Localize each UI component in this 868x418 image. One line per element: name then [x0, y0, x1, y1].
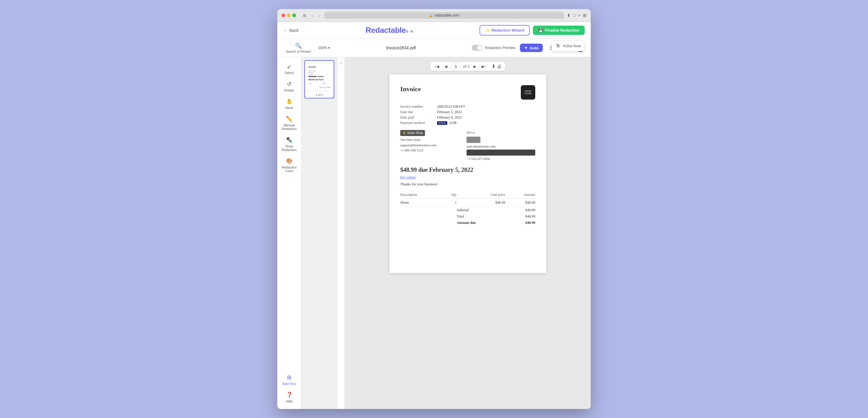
payment-method-value: VISA 3108 — [437, 121, 457, 125]
first-page-button[interactable]: |◀ — [434, 64, 441, 70]
bill-to-label: Bill to — [467, 130, 535, 135]
zoom-selector[interactable]: 100% ▾ — [318, 46, 330, 50]
rotate-label: Rotate — [284, 89, 294, 92]
forward-nav-btn[interactable]: › — [317, 13, 321, 19]
pdf-page: Invoice SHOESTORE Invoice number 26B3452… — [390, 74, 546, 273]
bill-to-email: jane.diaz@stripe.com — [467, 144, 535, 149]
back-arrow-icon: ← — [283, 28, 287, 33]
sidebar-toggle-btn[interactable]: ⊞ — [301, 13, 308, 19]
svg-rect-7 — [318, 76, 324, 77]
col-qty: Qty — [443, 191, 457, 199]
new-tab-icon[interactable]: + — [578, 13, 581, 18]
extensions-icon[interactable]: ⊞ — [583, 13, 587, 18]
sidebar-item-select[interactable]: ↙ Select — [279, 61, 300, 77]
redaction-color-label: Redaction Color — [281, 166, 298, 173]
pdf-viewer[interactable]: |◀ ◀ of 1 ▶ ▶| ⬇ 🖨 Invoice SHOESTORE — [345, 57, 591, 409]
redaction-preview-toggle: Redaction Preview — [472, 45, 515, 51]
url-bar[interactable]: 🔒 redactable.com — [324, 12, 564, 19]
back-nav-btn[interactable]: ‹ — [310, 13, 314, 19]
sidebar-item-help[interactable]: ❓ Help — [279, 389, 300, 405]
svg-text:Invoice: Invoice — [308, 66, 316, 68]
stripe-shop-tag: ⚡ Stripe Shop — [400, 130, 425, 136]
total-value: $48.99 — [505, 213, 535, 220]
download-button[interactable]: ⬇ — [492, 64, 495, 69]
back-label: Back — [289, 28, 299, 33]
share-icon[interactable]: □ — [573, 13, 575, 18]
sidebar-item-rotate[interactable]: ↺ Rotate — [279, 78, 300, 95]
page-number-input[interactable] — [451, 63, 461, 70]
sidebar-item-manual-redaction[interactable]: ✏️ Manual Redaction — [279, 113, 300, 133]
redaction-color-icon: 🎨 — [286, 158, 293, 164]
finalize-redaction-button[interactable]: 💾 Finalize Redaction — [533, 26, 585, 35]
zoom-label: 100% — [318, 46, 327, 50]
visa-badge: VISA — [437, 121, 447, 125]
toggle-pill[interactable] — [472, 45, 483, 51]
minimize-button[interactable] — [287, 13, 290, 17]
svg-text:$48.99 due Feb 5: $48.99 due Feb 5 — [308, 78, 324, 81]
sidebar-item-hand[interactable]: ✋ Hand — [279, 96, 300, 112]
svg-text:Shoes: Shoes — [308, 83, 311, 84]
wizard-icon: ✨ — [485, 28, 490, 33]
filename-area: Invoice2834.pdf — [335, 45, 467, 50]
row-description: Shoes — [400, 198, 443, 207]
maximize-button[interactable] — [292, 13, 296, 17]
stripe-shop-label: Stripe Shop — [407, 131, 423, 135]
thumbnail-page-1[interactable]: Invoice Invoice number Date due Date pai… — [304, 60, 334, 98]
app-header: ← Back Redactable® ≡ ✨ Redaction Wizard … — [277, 22, 591, 39]
auto-label: Auto — [530, 46, 538, 50]
invoice-header: Invoice SHOESTORE — [400, 85, 535, 100]
active-now-text: Active Now — [563, 44, 581, 48]
browser-window: ⊞ ‹ › 🔒 redactable.com ⬆ □ + ⊞ ← Back Re… — [277, 9, 591, 409]
traffic-lights — [281, 13, 296, 17]
search-redact-button[interactable]: 🔍 Search & Redact — [283, 41, 313, 55]
date-paid-value: February 8, 2022 — [437, 115, 462, 120]
select-label: Select — [284, 71, 294, 75]
panel-toggle-button[interactable]: ‹ — [340, 61, 342, 66]
auto-redact-button[interactable]: ✦ Auto — [520, 44, 543, 52]
subtotal-label: Subtotal — [457, 207, 505, 213]
cursor-icon: 🖱 — [555, 43, 561, 49]
amount-due-value: $48.99 — [505, 220, 535, 226]
subtotal-value: $48.99 — [505, 207, 535, 213]
next-page-button[interactable]: ▶ — [472, 64, 478, 70]
invoice-meta: Invoice number 26B34523-DRAFT Date due F… — [400, 104, 535, 125]
logo-registered: ® — [406, 30, 408, 34]
page-total-text: of 1 — [463, 64, 470, 69]
invoice-number-row: Invoice number 26B34523-DRAFT — [400, 104, 535, 109]
panel-toggle[interactable]: ‹ — [338, 57, 345, 409]
thumbnail-panel: Invoice Invoice number Date due Date pai… — [301, 57, 338, 409]
row-qty: 1 — [443, 198, 457, 207]
total-row: Total $48.99 — [400, 213, 535, 220]
svg-rect-2 — [308, 69, 322, 69]
row-amount: $48.99 — [505, 198, 535, 207]
bill-to-address-redacted: ██████████████████ — [467, 149, 535, 155]
print-button[interactable]: 🖨 — [497, 64, 501, 69]
sidebar-item-redaction-color[interactable]: 🎨 Redaction Color — [279, 155, 300, 175]
select-icon: ↙ — [287, 63, 291, 70]
search-icon: 🔍 — [295, 42, 302, 49]
main-content: ↙ Select ↺ Rotate ✋ Hand ✏️ Manual Redac… — [277, 57, 591, 409]
back-button[interactable]: ← Back — [283, 28, 299, 33]
prev-page-button[interactable]: ◀ — [443, 64, 449, 70]
svg-text:$48.99: $48.99 — [322, 83, 326, 84]
redacted-address: ██████████████████ — [467, 149, 535, 155]
invoice-number-value: 26B34523-DRAFT — [437, 104, 465, 109]
pay-online-link[interactable]: Pay online — [400, 175, 535, 180]
from-phone: +1 405-328-1232 — [400, 148, 461, 153]
redaction-wizard-button[interactable]: ✨ Redaction Wizard — [479, 25, 530, 36]
save-icon: 💾 — [538, 28, 543, 33]
invoice-table-body: Shoes 1 $48.99 $48.99 Subtotal $48.99 — [400, 198, 535, 226]
app-logo: Redactable® ≡ — [366, 26, 412, 35]
sidebar-item-draw-redaction[interactable]: ✒️ Draw Redaction — [279, 134, 300, 154]
amount-due-heading: $48.99 due February 5, 2022 — [400, 166, 535, 173]
date-due-row: Date due February 5, 2022 — [400, 110, 535, 114]
close-button[interactable] — [281, 13, 285, 17]
sidebar-item-start-tour[interactable]: ⊞ Start Tour — [279, 372, 300, 388]
search-redact-label: Search & Redact — [286, 50, 311, 53]
bill-to-phone: +1 555-227-2834 — [467, 156, 535, 162]
bookmark-icon[interactable]: ⬆ — [567, 13, 570, 18]
svg-text:Amount due: Amount due — [320, 87, 326, 88]
wizard-label: Redaction Wizard — [492, 28, 524, 33]
redacted-name: ████ — [467, 137, 480, 143]
last-page-button[interactable]: ▶| — [480, 64, 487, 70]
